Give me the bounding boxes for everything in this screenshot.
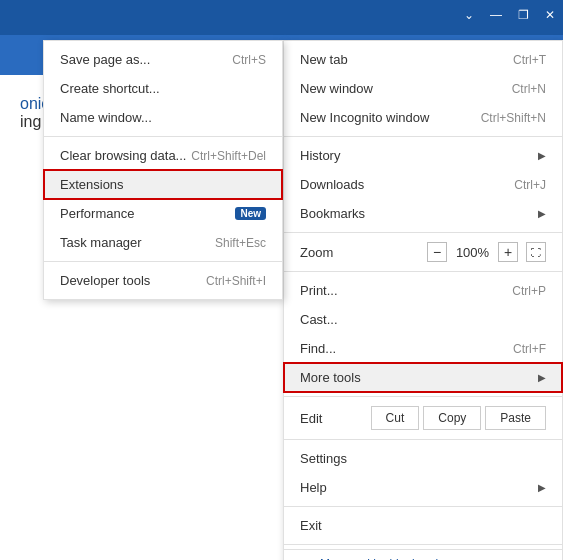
edit-label: Edit: [300, 411, 367, 426]
submenu-item-save-page[interactable]: Save page as... Ctrl+S: [44, 45, 282, 74]
paste-button[interactable]: Paste: [485, 406, 546, 430]
restore-button[interactable]: ❐: [518, 8, 529, 22]
submenu-label-save-page: Save page as...: [60, 52, 150, 67]
sep4: [284, 396, 562, 397]
submenu-label-performance: Performance: [60, 206, 134, 221]
menu-label-new-tab: New tab: [300, 52, 348, 67]
submenu-item-task-manager[interactable]: Task manager Shift+Esc: [44, 228, 282, 257]
shortcut-find: Ctrl+F: [513, 342, 546, 356]
menu-label-print: Print...: [300, 283, 338, 298]
sep6: [284, 506, 562, 507]
shortcut-incognito: Ctrl+Shift+N: [481, 111, 546, 125]
sep2: [284, 232, 562, 233]
menu-label-bookmarks: Bookmarks: [300, 206, 365, 221]
menu-item-find[interactable]: Find... Ctrl+F: [284, 334, 562, 363]
menu-label-new-window: New window: [300, 81, 373, 96]
menu-item-help[interactable]: Help ▶: [284, 473, 562, 502]
shortcut-clear-browsing: Ctrl+Shift+Del: [191, 149, 266, 163]
submenu-item-name-window[interactable]: Name window...: [44, 103, 282, 132]
menu-label-exit: Exit: [300, 518, 322, 533]
submenu-item-clear-browsing[interactable]: Clear browsing data... Ctrl+Shift+Del: [44, 141, 282, 170]
submenu-label-developer-tools: Developer tools: [60, 273, 150, 288]
menu-item-new-tab[interactable]: New tab Ctrl+T: [284, 45, 562, 74]
arrow-icon-bookmarks: ▶: [538, 208, 546, 219]
menu-label-help: Help: [300, 480, 327, 495]
managed-icon: ⊞: [300, 556, 312, 560]
menu-item-bookmarks[interactable]: Bookmarks ▶: [284, 199, 562, 228]
menu-label-downloads: Downloads: [300, 177, 364, 192]
sep1: [284, 136, 562, 137]
zoom-controls: − 100% + ⛶: [427, 242, 546, 262]
arrow-icon-more-tools: ▶: [538, 372, 546, 383]
copy-button[interactable]: Copy: [423, 406, 481, 430]
zoom-in-button[interactable]: +: [498, 242, 518, 262]
arrow-icon-help: ▶: [538, 482, 546, 493]
main-menu: New tab Ctrl+T New window Ctrl+N New Inc…: [283, 40, 563, 560]
cut-button[interactable]: Cut: [371, 406, 420, 430]
shortcut-new-tab: Ctrl+T: [513, 53, 546, 67]
fullscreen-button[interactable]: ⛶: [526, 242, 546, 262]
zoom-row: Zoom − 100% + ⛶: [284, 237, 562, 267]
zoom-value: 100%: [455, 245, 490, 260]
submenu-label-name-window: Name window...: [60, 110, 152, 125]
menu-item-downloads[interactable]: Downloads Ctrl+J: [284, 170, 562, 199]
submenu-item-create-shortcut[interactable]: Create shortcut...: [44, 74, 282, 103]
zoom-out-button[interactable]: −: [427, 242, 447, 262]
menu-item-more-tools[interactable]: More tools ▶: [284, 363, 562, 392]
menu-item-exit[interactable]: Exit: [284, 511, 562, 540]
submenu-sep2: [44, 261, 282, 262]
shortcut-task-manager: Shift+Esc: [215, 236, 266, 250]
menu-item-print[interactable]: Print... Ctrl+P: [284, 276, 562, 305]
sep5: [284, 439, 562, 440]
submenu-item-extensions[interactable]: Extensions: [44, 170, 282, 199]
shortcut-developer-tools: Ctrl+Shift+I: [206, 274, 266, 288]
menu-item-cast[interactable]: Cast...: [284, 305, 562, 334]
arrow-icon-history: ▶: [538, 150, 546, 161]
shortcut-print: Ctrl+P: [512, 284, 546, 298]
menu-label-history: History: [300, 148, 340, 163]
submenu-more-tools: Save page as... Ctrl+S Create shortcut..…: [43, 40, 283, 300]
menu-item-settings[interactable]: Settings: [284, 444, 562, 473]
submenu-sep1: [44, 136, 282, 137]
submenu-label-task-manager: Task manager: [60, 235, 142, 250]
submenu-label-clear-browsing: Clear browsing data...: [60, 148, 186, 163]
new-badge: New: [235, 207, 266, 220]
menu-label-more-tools: More tools: [300, 370, 361, 385]
sep7: [284, 544, 562, 545]
submenu-label-create-shortcut: Create shortcut...: [60, 81, 160, 96]
minimize-button[interactable]: —: [490, 8, 502, 22]
submenu-item-performance[interactable]: Performance New: [44, 199, 282, 228]
shortcut-save-page: Ctrl+S: [232, 53, 266, 67]
chevron-icon[interactable]: ⌄: [464, 8, 474, 22]
menu-label-incognito: New Incognito window: [300, 110, 429, 125]
window-controls: ⌄ — ❐ ✕: [464, 8, 555, 22]
edit-row: Edit Cut Copy Paste: [284, 401, 562, 435]
menu-item-incognito[interactable]: New Incognito window Ctrl+Shift+N: [284, 103, 562, 132]
managed-bar: ⊞ Managed by bionic-ads.com: [284, 549, 562, 560]
submenu-item-developer-tools[interactable]: Developer tools Ctrl+Shift+I: [44, 266, 282, 295]
menu-label-cast: Cast...: [300, 312, 338, 327]
zoom-label: Zoom: [300, 245, 333, 260]
menu-label-settings: Settings: [300, 451, 347, 466]
menu-item-history[interactable]: History ▶: [284, 141, 562, 170]
browser-titlebar: ⌄ — ❐ ✕: [0, 0, 563, 35]
sep3: [284, 271, 562, 272]
shortcut-downloads: Ctrl+J: [514, 178, 546, 192]
shortcut-new-window: Ctrl+N: [512, 82, 546, 96]
close-button[interactable]: ✕: [545, 8, 555, 22]
submenu-label-extensions: Extensions: [60, 177, 124, 192]
menu-label-find: Find...: [300, 341, 336, 356]
menu-item-new-window[interactable]: New window Ctrl+N: [284, 74, 562, 103]
